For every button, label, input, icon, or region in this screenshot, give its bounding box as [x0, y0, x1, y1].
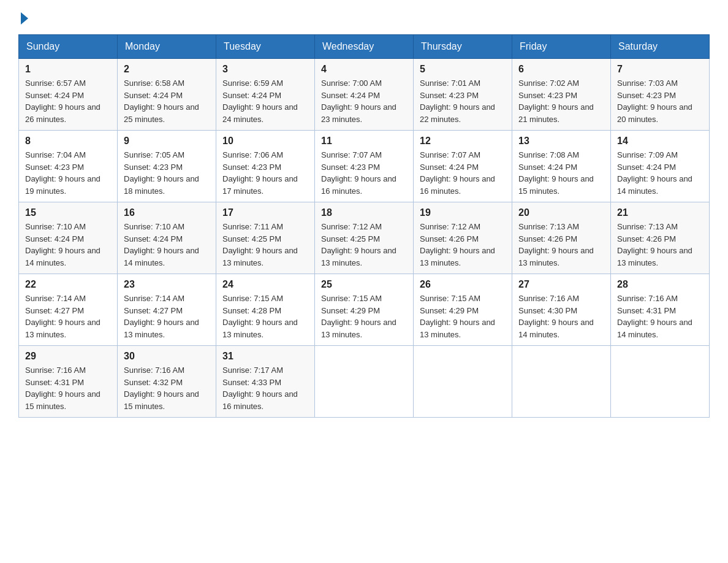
page-header: [18, 12, 710, 22]
day-info: Sunrise: 7:16 AM Sunset: 4:31 PM Dayligh…: [25, 364, 111, 412]
day-info: Sunrise: 7:06 AM Sunset: 4:23 PM Dayligh…: [222, 149, 308, 197]
logo-triangle-icon: [21, 12, 28, 25]
calendar-day-cell: 25 Sunrise: 7:15 AM Sunset: 4:29 PM Dayl…: [315, 274, 414, 346]
calendar-body: 1 Sunrise: 6:57 AM Sunset: 4:24 PM Dayli…: [19, 59, 710, 418]
calendar-day-cell: 21 Sunrise: 7:13 AM Sunset: 4:26 PM Dayl…: [611, 202, 710, 274]
calendar-day-cell: 4 Sunrise: 7:00 AM Sunset: 4:24 PM Dayli…: [315, 59, 414, 131]
calendar-day-cell: 22 Sunrise: 7:14 AM Sunset: 4:27 PM Dayl…: [19, 274, 118, 346]
calendar-day-cell: [414, 346, 512, 418]
day-info: Sunrise: 7:12 AM Sunset: 4:25 PM Dayligh…: [321, 221, 407, 269]
calendar-week-row: 15 Sunrise: 7:10 AM Sunset: 4:24 PM Dayl…: [19, 202, 710, 274]
day-of-week-header: Wednesday: [315, 35, 414, 59]
day-number: 19: [420, 207, 506, 218]
calendar-day-cell: 17 Sunrise: 7:11 AM Sunset: 4:25 PM Dayl…: [216, 202, 315, 274]
day-info: Sunrise: 7:10 AM Sunset: 4:24 PM Dayligh…: [25, 221, 111, 269]
day-info: Sunrise: 7:10 AM Sunset: 4:24 PM Dayligh…: [124, 221, 210, 269]
calendar-day-cell: 1 Sunrise: 6:57 AM Sunset: 4:24 PM Dayli…: [19, 59, 118, 131]
days-of-week-row: SundayMondayTuesdayWednesdayThursdayFrid…: [19, 35, 710, 59]
day-info: Sunrise: 7:14 AM Sunset: 4:27 PM Dayligh…: [124, 293, 210, 340]
calendar-day-cell: 23 Sunrise: 7:14 AM Sunset: 4:27 PM Dayl…: [118, 274, 216, 346]
calendar-day-cell: 8 Sunrise: 7:04 AM Sunset: 4:23 PM Dayli…: [19, 131, 118, 202]
day-of-week-header: Friday: [512, 35, 611, 59]
calendar-header: SundayMondayTuesdayWednesdayThursdayFrid…: [19, 35, 710, 59]
day-number: 20: [518, 207, 604, 218]
day-info: Sunrise: 7:12 AM Sunset: 4:26 PM Dayligh…: [420, 221, 506, 269]
calendar-day-cell: 24 Sunrise: 7:15 AM Sunset: 4:28 PM Dayl…: [216, 274, 315, 346]
day-of-week-header: Thursday: [414, 35, 512, 59]
day-info: Sunrise: 7:16 AM Sunset: 4:30 PM Dayligh…: [518, 293, 604, 340]
day-number: 25: [321, 279, 407, 290]
day-info: Sunrise: 7:17 AM Sunset: 4:33 PM Dayligh…: [222, 364, 308, 412]
day-info: Sunrise: 7:13 AM Sunset: 4:26 PM Dayligh…: [617, 221, 703, 269]
logo: [18, 12, 28, 22]
day-number: 16: [124, 207, 210, 218]
calendar-day-cell: 28 Sunrise: 7:16 AM Sunset: 4:31 PM Dayl…: [611, 274, 710, 346]
day-number: 18: [321, 207, 407, 218]
day-info: Sunrise: 7:16 AM Sunset: 4:32 PM Dayligh…: [124, 364, 210, 412]
calendar-day-cell: 19 Sunrise: 7:12 AM Sunset: 4:26 PM Dayl…: [414, 202, 512, 274]
day-number: 10: [222, 136, 308, 147]
calendar-day-cell: 14 Sunrise: 7:09 AM Sunset: 4:24 PM Dayl…: [611, 131, 710, 202]
day-info: Sunrise: 7:00 AM Sunset: 4:24 PM Dayligh…: [321, 77, 407, 125]
calendar-day-cell: [611, 346, 710, 418]
calendar-week-row: 22 Sunrise: 7:14 AM Sunset: 4:27 PM Dayl…: [19, 274, 710, 346]
day-number: 26: [420, 279, 506, 290]
day-info: Sunrise: 7:07 AM Sunset: 4:24 PM Dayligh…: [420, 149, 506, 197]
day-number: 14: [617, 136, 703, 147]
calendar-day-cell: 18 Sunrise: 7:12 AM Sunset: 4:25 PM Dayl…: [315, 202, 414, 274]
calendar-day-cell: 29 Sunrise: 7:16 AM Sunset: 4:31 PM Dayl…: [19, 346, 118, 418]
calendar-day-cell: 5 Sunrise: 7:01 AM Sunset: 4:23 PM Dayli…: [414, 59, 512, 131]
day-number: 12: [420, 136, 506, 147]
calendar-day-cell: 11 Sunrise: 7:07 AM Sunset: 4:23 PM Dayl…: [315, 131, 414, 202]
calendar-day-cell: [512, 346, 611, 418]
day-number: 8: [25, 136, 111, 147]
calendar-day-cell: 31 Sunrise: 7:17 AM Sunset: 4:33 PM Dayl…: [216, 346, 315, 418]
calendar-day-cell: 9 Sunrise: 7:05 AM Sunset: 4:23 PM Dayli…: [118, 131, 216, 202]
day-info: Sunrise: 7:15 AM Sunset: 4:28 PM Dayligh…: [222, 293, 308, 340]
calendar-week-row: 1 Sunrise: 6:57 AM Sunset: 4:24 PM Dayli…: [19, 59, 710, 131]
calendar-day-cell: 2 Sunrise: 6:58 AM Sunset: 4:24 PM Dayli…: [118, 59, 216, 131]
calendar-day-cell: 12 Sunrise: 7:07 AM Sunset: 4:24 PM Dayl…: [414, 131, 512, 202]
calendar-day-cell: 30 Sunrise: 7:16 AM Sunset: 4:32 PM Dayl…: [118, 346, 216, 418]
calendar-day-cell: [315, 346, 414, 418]
day-info: Sunrise: 7:04 AM Sunset: 4:23 PM Dayligh…: [25, 149, 111, 197]
calendar-day-cell: 16 Sunrise: 7:10 AM Sunset: 4:24 PM Dayl…: [118, 202, 216, 274]
day-info: Sunrise: 7:15 AM Sunset: 4:29 PM Dayligh…: [321, 293, 407, 340]
day-number: 21: [617, 207, 703, 218]
day-number: 15: [25, 207, 111, 218]
calendar-day-cell: 10 Sunrise: 7:06 AM Sunset: 4:23 PM Dayl…: [216, 131, 315, 202]
day-number: 11: [321, 136, 407, 147]
day-info: Sunrise: 7:05 AM Sunset: 4:23 PM Dayligh…: [124, 149, 210, 197]
day-number: 6: [518, 64, 604, 75]
day-of-week-header: Saturday: [611, 35, 710, 59]
calendar-day-cell: 27 Sunrise: 7:16 AM Sunset: 4:30 PM Dayl…: [512, 274, 611, 346]
day-of-week-header: Monday: [118, 35, 216, 59]
day-number: 27: [518, 279, 604, 290]
calendar-day-cell: 15 Sunrise: 7:10 AM Sunset: 4:24 PM Dayl…: [19, 202, 118, 274]
day-info: Sunrise: 7:03 AM Sunset: 4:23 PM Dayligh…: [617, 77, 703, 125]
day-info: Sunrise: 7:07 AM Sunset: 4:23 PM Dayligh…: [321, 149, 407, 197]
calendar-day-cell: 26 Sunrise: 7:15 AM Sunset: 4:29 PM Dayl…: [414, 274, 512, 346]
calendar-day-cell: 7 Sunrise: 7:03 AM Sunset: 4:23 PM Dayli…: [611, 59, 710, 131]
day-number: 28: [617, 279, 703, 290]
day-number: 17: [222, 207, 308, 218]
day-info: Sunrise: 7:14 AM Sunset: 4:27 PM Dayligh…: [25, 293, 111, 340]
day-number: 31: [222, 351, 308, 362]
day-number: 24: [222, 279, 308, 290]
calendar-week-row: 29 Sunrise: 7:16 AM Sunset: 4:31 PM Dayl…: [19, 346, 710, 418]
day-number: 29: [25, 351, 111, 362]
day-info: Sunrise: 6:57 AM Sunset: 4:24 PM Dayligh…: [25, 77, 111, 125]
day-of-week-header: Sunday: [19, 35, 118, 59]
day-number: 30: [124, 351, 210, 362]
day-number: 7: [617, 64, 703, 75]
day-info: Sunrise: 6:59 AM Sunset: 4:24 PM Dayligh…: [222, 77, 308, 125]
day-info: Sunrise: 7:02 AM Sunset: 4:23 PM Dayligh…: [518, 77, 604, 125]
day-of-week-header: Tuesday: [216, 35, 315, 59]
day-info: Sunrise: 6:58 AM Sunset: 4:24 PM Dayligh…: [124, 77, 210, 125]
day-info: Sunrise: 7:11 AM Sunset: 4:25 PM Dayligh…: [222, 221, 308, 269]
calendar-table: SundayMondayTuesdayWednesdayThursdayFrid…: [18, 34, 710, 418]
day-number: 5: [420, 64, 506, 75]
day-number: 3: [222, 64, 308, 75]
day-info: Sunrise: 7:15 AM Sunset: 4:29 PM Dayligh…: [420, 293, 506, 340]
day-number: 13: [518, 136, 604, 147]
